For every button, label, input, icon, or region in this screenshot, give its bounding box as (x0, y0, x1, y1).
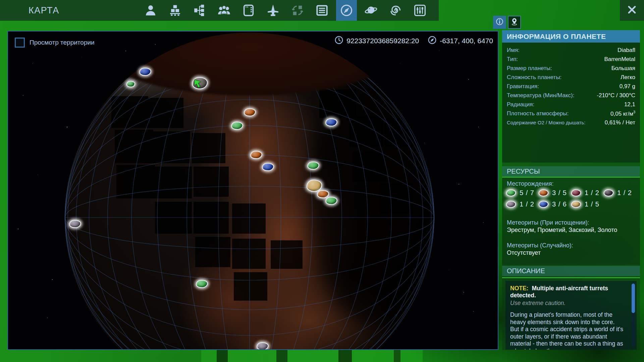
map-deposit-marker-orange[interactable] (244, 108, 256, 116)
map-deposit-marker-rock[interactable] (192, 77, 208, 89)
green-ore-icon (231, 122, 243, 130)
meteorites-depletion-value: Эреструм, Прометий, Заскозий, Золото (507, 227, 617, 234)
planet-map-view[interactable]: Просмотр территории 9223372036859282:20 … (7, 31, 498, 350)
info-row-label: Гравитация: (507, 83, 539, 90)
map-deposit-marker-gray[interactable] (69, 220, 81, 228)
meteorites-random-value: Отсутствует (507, 249, 541, 256)
gray-ore-icon (257, 342, 269, 350)
toolbar-ship-icon[interactable] (263, 0, 283, 21)
deposit-tan: 1 / 5 (571, 200, 604, 208)
info-row-label: Имя: (507, 47, 520, 54)
map-pin-icon (510, 17, 519, 27)
map-deposit-marker-blue[interactable] (262, 163, 274, 171)
green-ore-icon (307, 162, 319, 170)
toolbar-planet-icon[interactable] (361, 0, 381, 21)
map-deposit-marker-green[interactable] (126, 81, 135, 87)
toolbar-map-compass-icon[interactable] (336, 0, 357, 21)
info-row-value: 0,61% / Нет (605, 119, 635, 126)
dark-ore-icon (604, 189, 613, 196)
info-row: Гравитация:0,97 g (502, 82, 640, 91)
map-deposit-marker-orange[interactable] (251, 151, 262, 159)
close-button[interactable] (620, 0, 644, 21)
map-deposit-marker-green[interactable] (196, 280, 208, 288)
info-row: Размер планеты:Большая (502, 64, 640, 73)
toolbar-icons (140, 0, 430, 21)
info-row: Имя:Diabafl (502, 46, 640, 55)
toolbar-panels-icon[interactable] (238, 0, 259, 21)
info-row: Температура (Мин/Макс):-210°C / 300°C (502, 91, 640, 100)
map-deposit-marker-green[interactable] (307, 162, 319, 170)
tab-info[interactable] (493, 16, 506, 29)
scrollbar-thumb[interactable] (632, 284, 635, 313)
deposit-count: 1 / 2 (520, 200, 534, 208)
game-screen: КАРТА Просмотр территории 92233 (0, 0, 644, 362)
territory-checkbox[interactable] (15, 38, 25, 48)
info-row-value: 0,05 кг/м3 (610, 110, 635, 117)
player-coordinates: -6317, 400, 6470 (440, 37, 493, 45)
deposit-count: 3 / 6 (552, 200, 567, 208)
background-terrain (201, 350, 423, 362)
toolbar-registry-icon[interactable] (312, 0, 332, 21)
blue-ore-icon (139, 68, 151, 76)
deposit-maroon: 1 / 2 (571, 189, 604, 197)
blue-ore-icon (325, 118, 337, 126)
description-paragraph: During a planet's formation, most of the… (510, 311, 628, 326)
map-deposit-marker-green[interactable] (231, 122, 243, 130)
info-section-title: ИНФОРМАЦИЯ О ПЛАНЕТЕ (502, 30, 640, 43)
toolbar-settings-sliders-icon[interactable] (410, 0, 430, 21)
selection-cursor-icon (193, 78, 203, 88)
panel-tabs (493, 16, 521, 29)
description-box[interactable]: NOTE:Multiple anti-aircraft turrets dete… (505, 281, 637, 350)
info-row-label: Тип: (507, 56, 518, 63)
close-icon (626, 4, 638, 17)
deposit-orange: 3 / 5 (539, 189, 571, 197)
info-row: Тип:BarrenMetal (502, 55, 640, 64)
deposit-green: 5 / 7 (506, 189, 539, 197)
description-note: NOTE:Multiple anti-aircraft turrets dete… (510, 285, 628, 299)
info-row-label: Содержание O2 / Можно дышать: (507, 120, 585, 125)
gray-ore-icon (506, 201, 516, 208)
clock-icon (334, 36, 343, 46)
info-row-value: BarrenMetal (604, 56, 635, 63)
tab-location[interactable] (508, 16, 521, 29)
blue-ore-icon (262, 163, 274, 171)
toolbar-crew-icon[interactable] (214, 0, 234, 21)
info-row-value: -210°C / 300°C (597, 92, 635, 99)
meteorites-depletion-label: Метеориты (При истощении): (507, 219, 589, 226)
deposit-count: 1 / 5 (585, 200, 599, 208)
deposit-count: 1 / 2 (585, 189, 599, 197)
map-deposit-marker-blue[interactable] (325, 118, 337, 126)
info-row-label: Плотность атмосферы: (507, 110, 569, 117)
note-label: NOTE: (510, 285, 528, 292)
deposit-count: 3 / 5 (552, 189, 567, 197)
toolbar-exchange-icon[interactable] (287, 0, 308, 21)
caution-text: Use extreme caution. (510, 300, 628, 307)
map-deposit-marker-blue[interactable] (139, 68, 151, 76)
green-ore-icon (126, 81, 135, 87)
compass-icon (428, 36, 437, 46)
info-icon (495, 17, 504, 27)
territory-toggle: Просмотр территории (15, 38, 95, 48)
toolbar-galaxy-icon[interactable] (385, 0, 406, 21)
toolbar-inventory-icon[interactable] (165, 0, 185, 21)
toolbar-tech-tree-icon[interactable] (189, 0, 210, 21)
planet-globe[interactable] (64, 33, 435, 350)
map-deposit-marker-green[interactable] (325, 197, 337, 205)
info-row-label: Размер планеты: (507, 65, 552, 72)
planet-info-panel: ИНФОРМАЦИЯ О ПЛАНЕТЕ Имя:DiabaflТип:Barr… (502, 30, 640, 350)
info-row: Плотность атмосферы:0,05 кг/м3 (502, 109, 640, 118)
tan-ore-icon (571, 201, 581, 208)
description-body: During a planet's formation, most of the… (510, 311, 628, 350)
game-time: 9223372036859282:20 (346, 37, 419, 45)
description-scrollbar[interactable] (632, 284, 635, 347)
tan-ore-icon (307, 180, 322, 192)
map-deposit-marker-tan[interactable] (307, 180, 322, 192)
meteorites-random-label: Метеориты (Случайно): (507, 242, 573, 249)
page-title: КАРТА (29, 0, 59, 21)
info-row: Сложность планеты:Легко (502, 73, 640, 82)
top-toolbar: КАРТА (0, 0, 439, 21)
deposit-blue: 3 / 6 (539, 200, 571, 208)
toolbar-character-icon[interactable] (140, 0, 161, 21)
map-deposit-marker-gray[interactable] (257, 342, 269, 350)
deposit-counts-row: 5 / 73 / 51 / 21 / 2 (506, 189, 636, 197)
